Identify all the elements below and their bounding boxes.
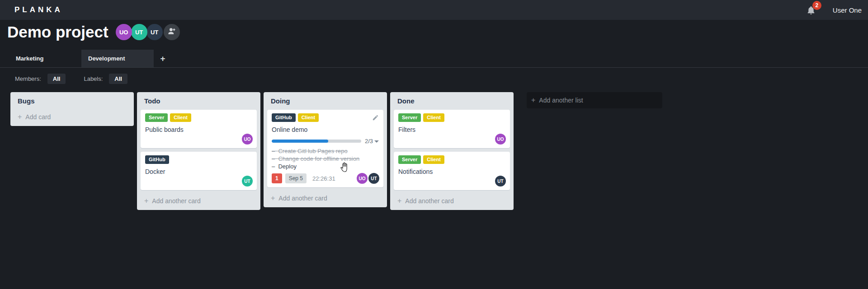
plus-icon: +	[144, 198, 148, 204]
add-another-card-button[interactable]: + Add another card	[394, 194, 510, 206]
list-title[interactable]: Bugs	[14, 95, 130, 110]
label-server: Server	[145, 113, 168, 122]
card-docker[interactable]: GitHub Docker UT	[141, 152, 257, 190]
notifications-button[interactable]: 2	[806, 4, 817, 16]
label-client: Client	[423, 155, 444, 164]
stopwatch-value[interactable]: 22:26:31	[312, 175, 335, 182]
label-client: Client	[170, 113, 191, 122]
notification-count-badge: 2	[812, 1, 821, 10]
card-public-boards[interactable]: Server Client Public boards UO	[141, 110, 257, 148]
add-list-label: Add another list	[539, 97, 583, 104]
person-plus-icon	[167, 27, 176, 37]
add-member-button[interactable]	[164, 24, 180, 40]
member-avatar[interactable]: UT	[131, 24, 147, 40]
tab-development[interactable]: Development	[81, 50, 154, 67]
chevron-down-icon	[374, 140, 379, 143]
card-filters[interactable]: Server Client Filters UO	[394, 110, 510, 148]
task-item: Deploy	[272, 163, 379, 170]
card-members: UO UT	[357, 173, 379, 184]
card-labels: Server Client	[145, 113, 252, 122]
list-bugs: Bugs + Add card	[10, 92, 134, 126]
card-name: Filters	[398, 126, 505, 133]
card-labels: Server Client	[398, 113, 505, 122]
member-avatar: UT	[242, 176, 253, 186]
member-avatar[interactable]: UO	[116, 24, 132, 40]
topbar-right: 2 User One	[806, 4, 862, 16]
due-date-badge[interactable]: Sep 5	[285, 173, 307, 183]
filterbar: Members: All Labels: All	[15, 74, 146, 84]
card-members: UT	[242, 176, 253, 186]
add-another-card-button[interactable]: + Add another card	[141, 194, 257, 206]
label-client: Client	[423, 113, 444, 122]
member-avatar: UO	[495, 134, 506, 144]
label-server: Server	[398, 113, 421, 122]
board: Bugs + Add card Todo Server Client Publi…	[10, 92, 662, 210]
label-server: Server	[398, 155, 421, 164]
plus-icon: +	[160, 54, 165, 64]
member-avatar[interactable]: UT	[146, 24, 163, 40]
task-item: Change code for offline version	[272, 155, 379, 163]
card-name: Docker	[145, 168, 252, 175]
app-logo[interactable]: PLANKA	[14, 5, 63, 14]
task-list: Create GitHub Pages repo Change code for…	[272, 147, 379, 170]
add-card-label: Add another card	[405, 197, 453, 205]
progress-count: 2/3	[365, 138, 373, 144]
add-another-list-button[interactable]: + Add another list	[527, 92, 662, 108]
list-title[interactable]: Todo	[141, 95, 257, 110]
list-doing: Doing GitHub Client Online demo 2/3	[264, 92, 387, 207]
member-avatar: UO	[357, 173, 368, 184]
add-another-card-button[interactable]: + Add another card	[267, 191, 383, 204]
label-github: GitHub	[145, 155, 169, 164]
member-avatar: UT	[495, 176, 506, 186]
card-members: UT	[495, 176, 506, 186]
notification-badge: 1	[272, 173, 282, 183]
add-card-button[interactable]: + Add card	[14, 110, 130, 122]
list-title[interactable]: Doing	[267, 95, 383, 110]
project-members: UO UT UT	[116, 24, 180, 40]
card-name: Notifications	[398, 168, 505, 175]
tab-marketing[interactable]: Marketing	[9, 50, 81, 67]
labels-filter-value[interactable]: All	[109, 74, 127, 84]
board-tabbar: Marketing Development +	[0, 50, 868, 68]
card-name: Online demo	[272, 126, 379, 133]
plus-icon: +	[531, 97, 535, 103]
project-header: Demo project UO UT UT	[7, 22, 180, 42]
list-done: Done Server Client Filters UO Server Cli…	[390, 92, 514, 210]
card-labels: Server Client	[398, 155, 505, 164]
members-filter-value[interactable]: All	[47, 74, 66, 84]
task-progress: 2/3	[272, 138, 379, 144]
add-card-label: Add card	[25, 113, 51, 121]
member-avatar: UT	[368, 173, 379, 184]
card-labels: GitHub Client	[272, 113, 379, 122]
card-online-demo[interactable]: GitHub Client Online demo 2/3 Create Git…	[267, 110, 383, 187]
plus-icon: +	[18, 114, 22, 120]
task-item: Create GitHub Pages repo	[272, 147, 379, 155]
edit-card-button[interactable]	[372, 114, 379, 123]
list-todo: Todo Server Client Public boards UO GitH…	[137, 92, 260, 210]
topbar: PLANKA 2 User One	[0, 0, 868, 20]
user-menu[interactable]: User One	[833, 6, 862, 14]
card-name: Public boards	[145, 126, 252, 133]
progress-toggle[interactable]: 2/3	[365, 138, 379, 144]
add-board-button[interactable]: +	[155, 50, 171, 67]
progress-fill	[272, 140, 328, 143]
card-members: UO	[242, 134, 253, 144]
plus-icon: +	[271, 195, 275, 201]
plus-icon: +	[397, 198, 401, 204]
card-notifications[interactable]: Server Client Notifications UT	[394, 152, 510, 190]
progress-track	[272, 140, 361, 143]
label-github: GitHub	[272, 113, 296, 122]
label-client: Client	[298, 113, 319, 122]
add-card-label: Add another card	[278, 195, 327, 202]
list-title[interactable]: Done	[394, 95, 510, 110]
project-title[interactable]: Demo project	[7, 22, 108, 42]
card-labels: GitHub	[145, 155, 252, 164]
members-filter-label: Members:	[15, 75, 41, 82]
card-members: UO	[495, 134, 506, 144]
add-card-label: Add another card	[152, 197, 200, 205]
member-avatar: UO	[242, 134, 253, 144]
labels-filter-label: Labels:	[84, 75, 103, 82]
